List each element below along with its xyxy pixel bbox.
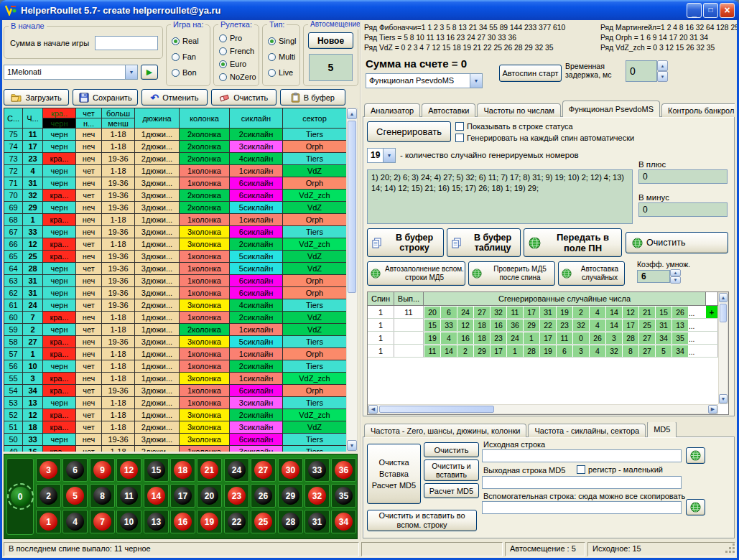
md5-output-input[interactable] (482, 476, 682, 489)
board-number-4[interactable]: 4 (66, 513, 84, 531)
md5-clear-button[interactable]: Очистить (424, 442, 479, 457)
table-row[interactable]: 5118кра...чет1-182дюжи...3колонка3сиклай… (4, 421, 347, 434)
tab-bottom-1[interactable]: Частота - сиклайны, сектора (528, 424, 646, 437)
md5-register-checkbox[interactable] (577, 465, 585, 474)
table-row[interactable]: 7131черннеч19-363дюжи...1колонка6сиклайн… (4, 177, 347, 190)
table-row[interactable]: 6428чернчет19-363дюжи...1колонка5сиклайн… (4, 263, 347, 275)
delay-spinner[interactable]: ▲ ▼ (657, 60, 668, 82)
radio-real[interactable]: Real (172, 37, 199, 45)
table-row[interactable]: 5212кра...чет1-181дюжи...3колонка2сиклай… (4, 409, 347, 421)
table-row[interactable]: 6124чернчет19-362дюжи...3колонка4сиклайн… (4, 299, 347, 312)
radio-live[interactable]: Live (268, 68, 293, 77)
table-row[interactable]: 7511черннеч1-181дюжи...2колонка2сиклайнT… (4, 129, 347, 141)
board-number-1[interactable]: 1 (39, 513, 57, 531)
tab-top-3[interactable]: Функционал PsevdoMS (562, 101, 660, 117)
table-row[interactable]: 6733черннеч19-363дюжи...3колонка6сиклайн… (4, 226, 347, 238)
tab-bottom-0[interactable]: Частота - Zero, шансы, дюжины, колонки (364, 424, 526, 437)
tab-top-1[interactable]: Автоставки (422, 103, 475, 117)
table-row[interactable]: 6231черннеч19-363дюжи...1колонка6сиклайн… (4, 287, 347, 299)
generated-row[interactable]: 11533121816362922233241417253113... (368, 319, 718, 332)
board-number-20[interactable]: 20 (200, 487, 218, 505)
send-to-pn-button[interactable]: Передать в поле ПН (524, 228, 622, 257)
scroll-right-icon[interactable]: ▶ (708, 405, 717, 414)
board-number-2[interactable]: 2 (39, 487, 57, 505)
board-number-31[interactable]: 31 (308, 513, 326, 531)
board-number-22[interactable]: 22 (228, 513, 246, 531)
chevron-up-icon[interactable]: ▲ (657, 60, 668, 71)
table-row[interactable]: 5313черннеч1-182дюжи...1колонка3сиклайнT… (4, 397, 347, 409)
save-button[interactable]: Сохранить (73, 89, 138, 106)
scroll-up-icon[interactable]: ▲ (719, 293, 728, 302)
radio-singl[interactable]: Singl (268, 37, 296, 45)
generated-table-vscrollbar[interactable]: ▲ ▼ (718, 292, 728, 404)
radio-pro[interactable]: Pro (219, 34, 242, 42)
chevron-down-icon[interactable]: ▼ (125, 65, 137, 79)
board-number-15[interactable]: 15 (147, 461, 165, 479)
autofill-md5-button[interactable]: Автозаполнение вспом. строки МД5 (367, 261, 465, 286)
board-number-9[interactable]: 9 (93, 461, 111, 479)
scroll-thumb[interactable] (720, 304, 727, 322)
resize-grip[interactable] (725, 543, 735, 554)
md5-calc-button[interactable]: Расчет MD5 (424, 483, 479, 498)
table-row[interactable]: 7032кра...чет19-363дюжи...2колонка6сикла… (4, 190, 347, 202)
scroll-track[interactable] (378, 405, 708, 414)
table-row[interactable]: 571кра...неч1-181дюжи...1колонка1сиклайн… (4, 348, 347, 360)
board-number-28[interactable]: 28 (282, 513, 299, 531)
scroll-track[interactable] (719, 302, 728, 394)
board-number-14[interactable]: 14 (147, 487, 165, 505)
tab-top-0[interactable]: Анализатор (364, 103, 420, 117)
undo-button[interactable]: ↶ Отменить (141, 89, 207, 106)
show-in-status-checkbox[interactable] (455, 122, 464, 131)
table-row[interactable]: 724чернчет1-181дюжи...1колонка1сиклайнVd… (4, 165, 347, 177)
scroll-down-icon[interactable]: ▼ (347, 440, 357, 451)
scroll-track[interactable] (347, 119, 357, 440)
buffer-row-button[interactable]: В буфер строку (367, 228, 444, 257)
maximize-button[interactable]: □ (703, 3, 718, 18)
generate-button[interactable]: Сгенерировать (367, 121, 451, 142)
generator-clear-button[interactable]: Очистить (626, 232, 728, 253)
scroll-thumb[interactable] (379, 406, 494, 413)
to-buffer-button[interactable]: В буфер (280, 89, 345, 106)
radio-nozero[interactable]: NoZero (219, 73, 256, 81)
chevron-down-icon[interactable]: ▼ (670, 276, 681, 284)
table-row[interactable]: 592чернчет1-181дюжи...2колонка1сиклайнVd… (4, 324, 347, 336)
md5-clear-paste-button[interactable]: Очистить и вставить (424, 459, 479, 481)
table-row[interactable]: 5610чернчет1-181дюжи...1колонка2сиклайнT… (4, 360, 347, 373)
board-number-0[interactable]: 0 (11, 487, 30, 506)
chevron-down-icon[interactable]: ▼ (657, 71, 668, 82)
radio-french[interactable]: French (219, 47, 254, 55)
board-zero-cell[interactable]: 0 (6, 458, 34, 535)
table-row[interactable]: 5434кра...чет19-363дюжи...1колонка6сикла… (4, 385, 347, 397)
tab-bottom-2[interactable]: MD5 (647, 422, 677, 437)
tab-top-2[interactable]: Частоты по числам (477, 103, 560, 117)
board-number-33[interactable]: 33 (308, 461, 326, 479)
generated-row[interactable]: 11941618232411711026328273435... (368, 332, 718, 345)
board-number-34[interactable]: 34 (335, 513, 353, 531)
history-scrollbar[interactable]: ▲ ▼ (346, 108, 358, 452)
board-number-3[interactable]: 3 (39, 461, 57, 479)
board-number-21[interactable]: 21 (200, 461, 218, 479)
generated-table-hscrollbar[interactable]: ◀ ▶ (368, 404, 718, 414)
board-number-30[interactable]: 30 (282, 461, 299, 479)
board-number-29[interactable]: 29 (282, 487, 299, 505)
board-number-5[interactable]: 5 (66, 487, 84, 505)
radio-multi[interactable]: Multi (268, 52, 295, 61)
minimize-button[interactable]: _ (687, 3, 702, 18)
md5-aux-input[interactable] (482, 501, 682, 514)
board-number-25[interactable]: 25 (254, 513, 272, 531)
board-number-13[interactable]: 13 (147, 513, 165, 531)
chevron-down-icon[interactable]: ▼ (470, 74, 482, 88)
board-number-12[interactable]: 12 (120, 461, 138, 479)
table-row[interactable]: 681кра...неч1-181дюжи...1колонка1сиклайн… (4, 214, 347, 226)
board-number-18[interactable]: 18 (174, 461, 192, 479)
clear-button[interactable]: Очистить (211, 89, 276, 106)
start-sum-input[interactable] (95, 36, 158, 50)
board-number-8[interactable]: 8 (93, 487, 111, 505)
coef-spinner[interactable]: ▲ ▼ (670, 269, 681, 284)
chevron-up-icon[interactable]: ▲ (670, 269, 681, 276)
table-row[interactable]: 607кра...неч1-181дюжи...1колонка2сиклайн… (4, 312, 347, 324)
board-number-35[interactable]: 35 (335, 487, 353, 505)
autobet-button[interactable]: Автоставка случайных (558, 261, 625, 286)
new-button[interactable]: Новое (308, 32, 353, 49)
chevron-down-icon[interactable]: ▼ (383, 149, 395, 162)
